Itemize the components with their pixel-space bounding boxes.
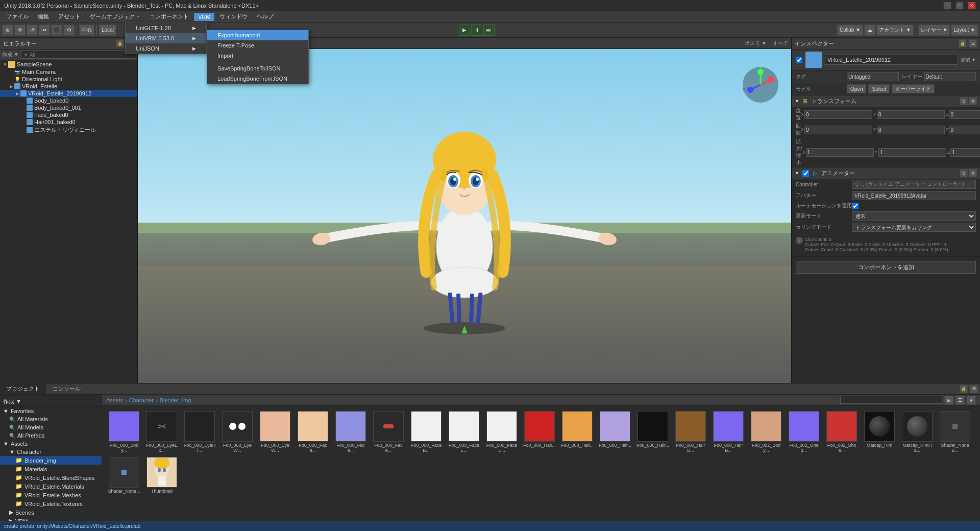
position-z-field[interactable] <box>949 110 980 119</box>
scene-background[interactable]: X Y Z <box>138 49 791 383</box>
menu-assets[interactable]: アセット <box>54 12 85 21</box>
layout-button[interactable]: Layout ▼ <box>951 25 978 36</box>
maximize-button[interactable]: □ <box>955 2 964 10</box>
proj-item-all-materials[interactable]: 🔍 All Materials <box>0 415 102 423</box>
menu-gameobject[interactable]: ゲームオブジェクト <box>86 12 144 21</box>
asset-item-face2[interactable]: Fo0_000_Face... <box>333 410 369 454</box>
add-component-button[interactable]: コンポーネントを追加 <box>796 261 976 274</box>
proj-item-assets[interactable]: ▼ Assets <box>0 440 102 448</box>
asset-item-face1[interactable]: Fo0_000_Face... <box>295 410 331 454</box>
override-btn[interactable]: オーバーライド <box>892 84 935 93</box>
menu-item-export-humanoid[interactable]: Export humanoid <box>207 30 308 40</box>
asset-item-eyelid[interactable]: Fo0_000_EyeW... <box>219 410 255 454</box>
scene-viewport[interactable]: シェーディング ▼ エフェクト ▼ ギズモ ▼ ポスモ ▼ すべて <box>138 38 791 383</box>
scale-x-field[interactable] <box>806 148 874 157</box>
asset-item-hairB2[interactable]: Fo0_000_HairB... <box>710 410 746 454</box>
asset-item-hair3[interactable]: Fo0_000_Hair... <box>597 410 633 454</box>
menu-item-unigltf[interactable]: UniGLTF-1.28 ▶ <box>126 23 206 33</box>
proj-item-estelle-meshes[interactable]: 📁 VRoid_Estelle.Meshes <box>0 491 102 499</box>
menu-help[interactable]: ヘルプ <box>253 12 278 21</box>
asset-item-eyeex[interactable]: >< Fo0_000_EyeEx... <box>144 410 180 454</box>
asset-item-shader-none[interactable]: Shader_None... <box>106 456 142 495</box>
menu-item-freeze-tpose[interactable]: Freeze T-Pose <box>207 40 308 51</box>
asset-item-matcap-rimha[interactable]: Matcap_RimHa... <box>899 410 935 454</box>
asset-item-faceE2[interactable]: Fo0_000_FaceE... <box>484 410 520 454</box>
inspector-menu-btn[interactable]: ☰ <box>969 39 977 47</box>
hierarchy-item-vroid-estelle-20190912[interactable]: ▶ VRoid_Estelle_20190912 <box>0 90 137 97</box>
breadcrumb-blender-img[interactable]: Blender_img <box>160 397 191 403</box>
proj-item-favorites[interactable]: ▼ Favorites <box>0 407 102 415</box>
culling-mode-select[interactable]: トランスフォーム更新をカリング <box>852 223 976 232</box>
menu-item-univrm[interactable]: UniVRM-0.53.0 ▶ <box>126 33 206 43</box>
minimize-button[interactable]: ─ <box>943 2 951 10</box>
transform-handle-btn[interactable]: ⊕ <box>2 25 13 36</box>
asset-view-btn-2[interactable]: ☰ <box>955 396 965 405</box>
proj-item-all-prefabs[interactable]: 🔍 All Prefabs <box>0 431 102 440</box>
controller-field[interactable]: なし (ランタイム アニメーター コントローラー) <box>852 180 976 189</box>
asset-item-body[interactable]: Fo0_000_Body... <box>106 410 142 454</box>
asset-item-hair2[interactable]: Fo0_000_Hair... <box>559 410 595 454</box>
animator-enabled-checkbox[interactable] <box>802 170 809 177</box>
breadcrumb-character[interactable]: Character <box>129 397 154 403</box>
hierarchy-item-samplescene[interactable]: ▼ SampleScene <box>0 60 137 68</box>
asset-filter-btn[interactable]: ★ <box>967 396 976 405</box>
scene-gizmo[interactable]: X Y Z <box>740 64 781 105</box>
asset-item-face3[interactable]: Fo0_000_Face... <box>371 410 406 454</box>
transform-all-btn[interactable]: ⚙ <box>63 25 75 36</box>
asset-view-btn-1[interactable]: ⊞ <box>944 396 953 405</box>
scale-z-field[interactable] <box>950 148 980 157</box>
hierarchy-item-vroid-estelle[interactable]: ▶ VRoid_Estelle <box>0 83 137 90</box>
hierarchy-search-input[interactable] <box>21 51 135 59</box>
cloud-button[interactable]: ☁ <box>864 25 875 36</box>
rotate-tool-btn[interactable]: ↺ <box>27 25 38 36</box>
menu-item-load-springbone[interactable]: LoadSpringBoneFromJSON <box>207 74 308 84</box>
position-x-field[interactable] <box>804 110 872 119</box>
asset-item-body2[interactable]: Fo0_002_Body... <box>748 410 784 454</box>
hierarchy-item-directionallight[interactable]: 💡 Directional Light <box>0 76 137 83</box>
hierarchy-item-estelle-riviere[interactable]: エステル・リヴィエール <box>0 126 137 134</box>
proj-item-scenes[interactable]: ▶ Scenes <box>0 508 102 517</box>
tab-project[interactable]: プロジェクト <box>0 384 46 394</box>
transform-lock-btn[interactable]: ⊙ <box>960 97 968 105</box>
hierarchy-item-body-baked0[interactable]: Body_baked0 <box>0 97 137 104</box>
breadcrumb-assets[interactable]: Assets <box>106 397 123 403</box>
proj-item-vrm[interactable]: ▶ VRM <box>0 517 102 521</box>
menu-item-unijson[interactable]: UniJSON ▶ <box>126 43 206 54</box>
rect-tool-btn[interactable]: ⬛ <box>51 25 62 36</box>
object-active-checkbox[interactable] <box>796 57 802 63</box>
hierarchy-lock-btn[interactable]: 🔒 <box>116 39 124 47</box>
menu-vrm[interactable]: VRM <box>194 13 214 21</box>
rotation-x-field[interactable] <box>804 126 872 134</box>
select-btn[interactable]: Select <box>868 84 890 93</box>
proj-item-blender-img[interactable]: 📁 Blender_img <box>0 456 102 465</box>
center-toggle-btn[interactable]: 中心 <box>79 25 94 36</box>
collab-button[interactable]: Collab ▼ <box>837 25 863 36</box>
asset-item-hair4[interactable]: Fo0_000_Hair... <box>635 410 671 454</box>
asset-item-eyehi[interactable]: Fo0_000_EyeHi... <box>182 410 217 454</box>
animator-settings-btn[interactable]: ⚙ <box>969 169 977 177</box>
scale-y-field[interactable] <box>878 148 946 157</box>
hierarchy-item-maincamera[interactable]: 📷 Main Camera <box>0 68 137 76</box>
asset-item-matcap-rim[interactable]: Matcap_Rim <box>862 410 897 454</box>
proj-item-all-models[interactable]: 🔍 All Models <box>0 423 102 431</box>
close-button[interactable]: ✕ <box>968 2 976 10</box>
hierarchy-item-body-baked0-001[interactable]: Body_baked0_001 <box>0 104 137 111</box>
hierarchy-item-face-baked0[interactable]: Face_baked0 <box>0 111 137 118</box>
animator-section-header[interactable]: ▼ ▷ アニメーター ⊙ ⚙ <box>792 167 980 179</box>
proj-item-estelle-materials[interactable]: 📁 VRoid_Estelle.Materials <box>0 482 102 491</box>
proj-item-materials[interactable]: 📁 Materials <box>0 465 102 473</box>
update-mode-select[interactable]: 通常 <box>852 211 976 221</box>
pause-button[interactable]: ⏸ <box>471 25 482 36</box>
position-y-field[interactable] <box>877 110 945 119</box>
menu-component[interactable]: コンポーネント <box>145 12 193 21</box>
asset-item-shader-none-b[interactable]: Shader_NoneB... <box>937 410 973 454</box>
pivot-toggle-btn[interactable]: Local <box>99 25 116 36</box>
hierarchy-item-hair001-baked0[interactable]: Hair001_baked0 <box>0 118 137 126</box>
asset-item-hair1[interactable]: Fo0_000_Hair... <box>522 410 557 454</box>
asset-item-faceE1[interactable]: Fo0_000_FaceE... <box>446 410 482 454</box>
layer-select[interactable]: Default <box>924 72 976 81</box>
object-name-field[interactable] <box>825 55 958 65</box>
asset-item-thumbnail[interactable]: Thumbnail <box>144 456 180 495</box>
tag-select[interactable]: Untagged <box>847 72 899 81</box>
menu-file[interactable]: ファイル <box>2 12 33 21</box>
